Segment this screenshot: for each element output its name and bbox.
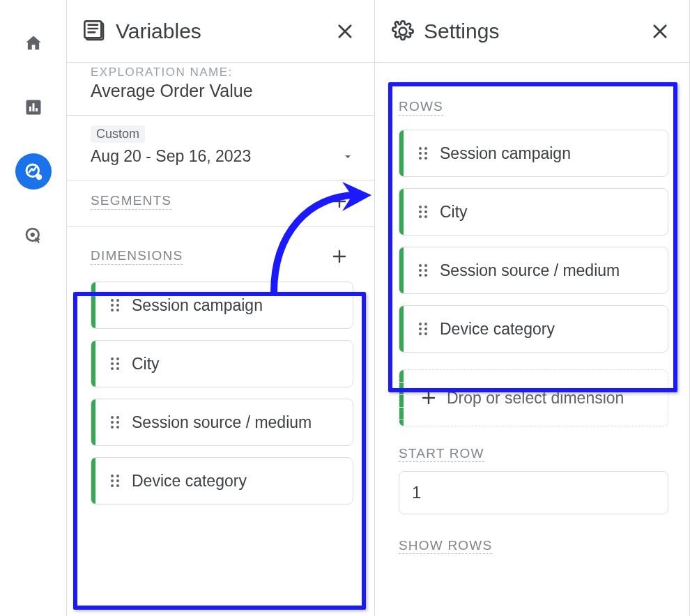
drag-handle-icon xyxy=(417,321,429,337)
row-chip-label: Session source / medium xyxy=(440,261,631,281)
svg-point-47 xyxy=(424,264,427,267)
row-chip-label: Session campaign xyxy=(440,144,582,164)
row-chip[interactable]: Device category xyxy=(399,305,668,353)
row-chip[interactable]: City xyxy=(399,188,668,236)
svg-point-31 xyxy=(116,479,119,482)
plus-icon xyxy=(331,193,348,210)
svg-point-54 xyxy=(419,328,422,330)
svg-point-38 xyxy=(419,157,422,160)
drag-handle-icon xyxy=(109,356,121,371)
add-segment-button[interactable] xyxy=(328,190,351,213)
svg-point-57 xyxy=(424,332,427,335)
svg-point-52 xyxy=(419,323,422,325)
row-chip-label: Device category xyxy=(440,319,566,339)
drag-handle-icon xyxy=(109,298,121,313)
svg-point-14 xyxy=(111,309,114,311)
dimension-chip-label: Session source / medium xyxy=(132,413,323,433)
close-icon[interactable] xyxy=(650,22,670,41)
svg-point-42 xyxy=(419,210,422,213)
dimension-chip-label: Session campaign xyxy=(132,295,274,316)
svg-point-24 xyxy=(111,421,114,424)
svg-point-16 xyxy=(111,357,114,360)
svg-point-45 xyxy=(424,215,427,218)
row-chip-label: City xyxy=(440,202,479,222)
svg-point-50 xyxy=(419,274,422,277)
bar-chart-icon xyxy=(24,98,43,117)
svg-point-30 xyxy=(111,479,114,482)
drag-handle-icon xyxy=(417,146,429,161)
variables-icon xyxy=(84,20,106,43)
exploration-name[interactable]: Average Order Value xyxy=(91,81,353,101)
date-range-text: Aug 20 - Sep 16, 2023 xyxy=(91,147,251,166)
segments-section-label: SEGMENTS xyxy=(91,193,171,210)
svg-rect-1 xyxy=(29,107,31,111)
rows-list: Session campaign City Session source / m… xyxy=(399,130,668,353)
svg-point-28 xyxy=(111,475,114,477)
svg-point-53 xyxy=(424,323,427,325)
svg-point-12 xyxy=(111,304,114,307)
add-dimension-button[interactable] xyxy=(328,245,351,268)
gear-icon xyxy=(392,20,414,43)
explore-icon xyxy=(23,161,44,182)
nav-reports[interactable] xyxy=(15,89,52,125)
nav-advertising[interactable] xyxy=(15,217,52,254)
svg-rect-3 xyxy=(36,108,38,111)
dimension-chip[interactable]: Device category xyxy=(91,457,353,505)
svg-point-21 xyxy=(116,367,119,370)
svg-point-32 xyxy=(111,484,114,487)
svg-point-11 xyxy=(116,299,119,302)
svg-point-7 xyxy=(30,233,34,237)
row-chip[interactable]: Session campaign xyxy=(399,130,668,177)
svg-point-41 xyxy=(424,206,427,208)
svg-point-37 xyxy=(424,152,427,155)
svg-point-43 xyxy=(424,210,427,213)
dimension-chip[interactable]: City xyxy=(91,340,353,387)
dimensions-section-label: DIMENSIONS xyxy=(91,248,183,265)
nav-explore[interactable] xyxy=(15,153,52,190)
svg-point-22 xyxy=(111,416,114,419)
svg-point-44 xyxy=(419,215,422,218)
svg-point-23 xyxy=(116,416,119,419)
row-chip[interactable]: Session source / medium xyxy=(399,247,668,294)
target-click-icon xyxy=(23,225,44,246)
plus-icon xyxy=(420,390,437,406)
home-icon xyxy=(24,33,43,53)
drag-handle-icon xyxy=(109,415,121,430)
exploration-name-label: EXPLORATION NAME: xyxy=(91,66,353,79)
svg-point-13 xyxy=(116,304,119,307)
date-preset-chip: Custom xyxy=(91,125,145,143)
svg-point-27 xyxy=(116,426,119,429)
svg-point-10 xyxy=(111,299,114,302)
dimension-chip[interactable]: Session campaign xyxy=(91,282,353,329)
rows-drop-target[interactable]: Drop or select dimension xyxy=(399,369,668,426)
svg-point-15 xyxy=(116,309,119,311)
nav-home[interactable] xyxy=(15,25,52,61)
drag-handle-icon xyxy=(109,473,121,488)
date-range-picker[interactable]: Aug 20 - Sep 16, 2023 xyxy=(91,147,353,166)
start-row-input[interactable] xyxy=(399,471,668,514)
svg-point-26 xyxy=(111,426,114,429)
settings-header: Settings xyxy=(375,0,689,63)
svg-point-40 xyxy=(419,206,422,208)
svg-point-18 xyxy=(111,362,114,365)
rows-drop-label: Drop or select dimension xyxy=(447,388,624,408)
nav-rail xyxy=(0,0,67,616)
variables-title: Variables xyxy=(116,20,201,43)
svg-rect-2 xyxy=(32,103,34,111)
variables-panel: Variables EXPLORATION NAME: Average Orde… xyxy=(67,0,375,616)
svg-point-29 xyxy=(116,475,119,477)
svg-point-55 xyxy=(424,328,427,330)
rows-section-label: ROWS xyxy=(399,99,443,116)
svg-point-46 xyxy=(419,264,422,267)
svg-point-34 xyxy=(419,147,422,150)
dimensions-list: Session campaign City Session source / m… xyxy=(91,282,353,505)
start-row-label: START ROW xyxy=(399,446,484,462)
close-icon[interactable] xyxy=(335,22,355,41)
show-rows-label: SHOW ROWS xyxy=(399,538,492,554)
dimension-chip[interactable]: Session source / medium xyxy=(91,399,353,446)
settings-title: Settings xyxy=(424,20,499,43)
svg-point-36 xyxy=(419,152,422,155)
svg-point-33 xyxy=(116,484,119,487)
drag-handle-icon xyxy=(417,263,429,278)
svg-point-35 xyxy=(424,147,427,150)
